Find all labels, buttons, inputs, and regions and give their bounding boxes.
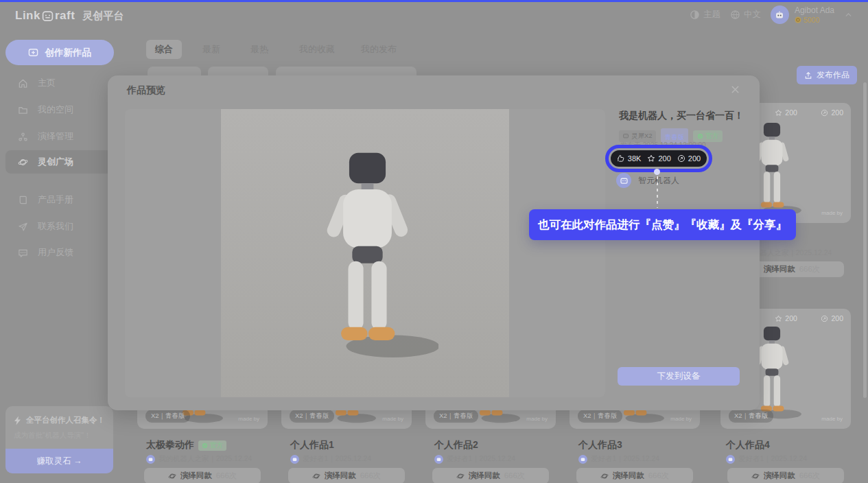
author-avatar-icon <box>434 455 443 464</box>
sidebar-item-home[interactable]: 主页 <box>5 71 114 95</box>
upload-icon <box>804 71 812 80</box>
user-avatar <box>771 5 789 24</box>
app-root: Link raft 灵创平台 主题 中文 Agibot Ada 5000 <box>0 0 868 483</box>
model-tag: X2｜青春版 <box>729 410 773 423</box>
share-stat[interactable]: 200 <box>821 314 843 322</box>
guide-tooltip: 也可在此对作品进行『点赞』『收藏』及『分享』 <box>529 209 796 240</box>
page-scrollbar[interactable] <box>863 82 867 398</box>
guide-anchor-dot <box>654 169 660 175</box>
earn-gems-label: 赚取灵石 → <box>37 456 82 467</box>
chevron-up-icon[interactable] <box>844 10 853 19</box>
bolt-icon <box>14 416 22 425</box>
card-title: 个人作品3 <box>578 439 622 451</box>
favorite-stat[interactable]: 200 <box>775 108 797 117</box>
card-author: 爱好者1｜2025.12.24 <box>434 454 515 464</box>
star-icon <box>775 109 782 117</box>
favorite-button[interactable]: 200 <box>647 154 670 163</box>
robot-face-icon <box>620 176 629 185</box>
tab-label: 我的发布 <box>361 43 397 56</box>
share-stat[interactable]: 200 <box>821 108 843 117</box>
planet-icon <box>18 157 28 167</box>
tab-label: 综合 <box>155 43 173 56</box>
modal-title: 作品预览 <box>127 84 165 97</box>
work-author-row[interactable]: 智元机器人 <box>616 173 679 188</box>
star-icon <box>775 315 782 322</box>
official-tag: 官方 <box>693 130 723 142</box>
promo-card: 全平台创作人召集令！ 成为首批"机器人导演"！ 赚取灵石 → <box>5 406 113 473</box>
tab-my-published[interactable]: 我的发布 <box>358 40 399 59</box>
sidebar-item-contact-us[interactable]: 联系我们 <box>5 215 114 238</box>
logo-face-icon <box>42 10 54 22</box>
sidebar-item-label: 主页 <box>38 77 56 89</box>
sidebar-item-label: 灵创广场 <box>38 156 73 168</box>
logo-text-suffix: raft <box>55 9 75 23</box>
deploy-to-device-button[interactable]: 下发到设备 <box>618 367 740 386</box>
author-avatar-icon <box>290 455 299 464</box>
favorite-stat[interactable]: 200 <box>775 314 797 322</box>
tab-comprehensive[interactable]: 综合 <box>146 40 182 59</box>
header-right: 主题 中文 Agibot Ada 5000 <box>690 5 853 24</box>
create-video-icon <box>28 47 38 58</box>
tab-my-favorites[interactable]: 我的收藏 <box>296 40 338 59</box>
tab-hottest[interactable]: 最热 <box>246 40 273 59</box>
sidebar-item-label: 用户反馈 <box>38 246 73 259</box>
globe-icon <box>730 10 740 20</box>
author-avatar-icon <box>578 455 587 464</box>
user-points: 5000 <box>804 16 819 24</box>
sidebar-item-label: 演绎管理 <box>38 130 73 143</box>
theme-toggle[interactable]: 主题 <box>690 9 720 21</box>
replay-same-button[interactable]: 演绎同款666次 <box>144 468 261 483</box>
create-work-button[interactable]: 创作新作品 <box>5 40 114 65</box>
guide-dashed-line <box>657 176 658 208</box>
share-icon <box>821 315 828 322</box>
work-stats-pill: 38K 200 200 <box>611 150 707 167</box>
language-label: 中文 <box>744 9 761 21</box>
watermark: made by <box>821 210 843 216</box>
robot-face-icon <box>622 132 629 139</box>
check-circle-icon <box>697 133 703 139</box>
top-accent-line <box>0 0 868 2</box>
check-circle-icon <box>202 443 208 449</box>
publish-work-button[interactable]: 发布作品 <box>797 66 857 84</box>
share-button[interactable]: 200 <box>677 154 701 163</box>
work-preview-modal: 作品预览 01:23 03:23 我是机器人，买一台省一百！ 灵犀X2 <box>108 75 760 410</box>
replay-same-button[interactable]: 演绎同款666次 <box>727 468 844 483</box>
tab-newest[interactable]: 最新 <box>198 40 225 59</box>
sidebar-item-user-feedback[interactable]: 用户反馈 <box>5 241 114 264</box>
tab-label: 最热 <box>250 43 268 56</box>
model-tag: X2｜青春版 <box>578 410 622 423</box>
model-tag: 灵犀X2 <box>619 130 656 142</box>
thumb-up-icon <box>617 154 625 163</box>
watermark: made by <box>382 416 403 422</box>
card-title: 太极拳动作 官方 <box>146 439 226 451</box>
guide-tooltip-text: 也可在此对作品进行『点赞』『收藏』及『分享』 <box>538 217 787 233</box>
promo-subtitle: 成为首批"机器人导演"！ <box>14 431 91 440</box>
card-title: 个人作品1 <box>290 439 334 451</box>
sidebar-item-performance-management[interactable]: 演绎管理 <box>5 125 114 148</box>
share-icon <box>677 154 685 163</box>
logo[interactable]: Link raft 灵创平台 <box>15 9 124 23</box>
author-avatar <box>616 173 631 188</box>
home-icon <box>18 78 28 89</box>
sidebar-item-product-manual[interactable]: 产品手册 <box>5 188 114 211</box>
sidebar-item-label: 产品手册 <box>38 193 73 206</box>
like-button[interactable]: 38K <box>617 154 642 163</box>
promo-title: 全平台创作人召集令！ <box>26 415 105 425</box>
earn-gems-button[interactable]: 赚取灵石 → <box>5 449 113 473</box>
close-icon[interactable] <box>730 84 740 95</box>
language-switch[interactable]: 中文 <box>730 9 761 21</box>
work-author-name: 智元机器人 <box>638 175 679 187</box>
video-player[interactable]: 01:23 03:23 <box>125 109 605 397</box>
card-author: 爱好者1｜2025.12.24 <box>578 454 659 464</box>
tab-label: 我的收藏 <box>299 43 335 56</box>
theme-icon <box>690 10 700 20</box>
sidebar-item-my-space[interactable]: 我的空间 <box>5 98 114 121</box>
replay-same-button[interactable]: 演绎同款666次 <box>432 468 549 483</box>
sidebar-item-creation-plaza[interactable]: 灵创广场 <box>5 150 114 174</box>
replay-same-button[interactable]: 演绎同款666次 <box>288 468 405 483</box>
card-author: 我的机器人之家｜2025.12.24 <box>146 454 252 464</box>
user-menu[interactable]: Agibot Ada 5000 <box>771 5 853 24</box>
star-icon <box>647 154 655 163</box>
sidebar-item-label: 我的空间 <box>38 104 73 116</box>
replay-same-button[interactable]: 演绎同款666次 <box>576 468 693 483</box>
